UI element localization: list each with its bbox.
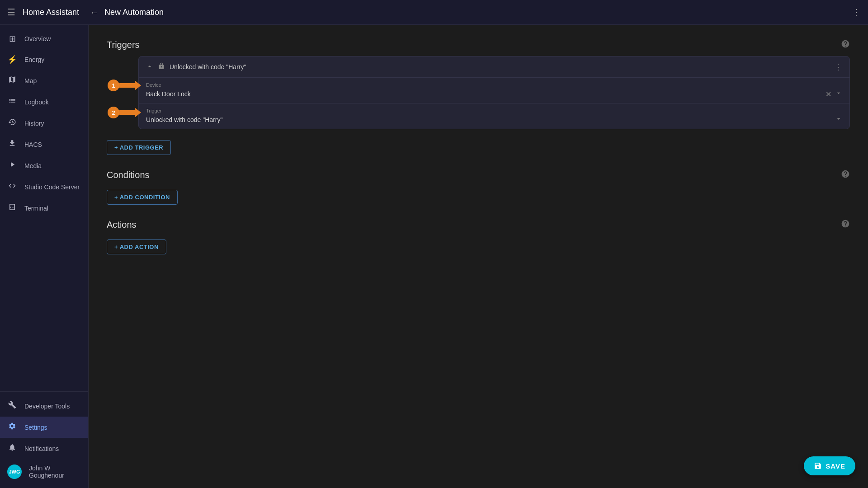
topbar: ☰ Home Assistant ← New Automation ⋮ xyxy=(0,0,868,25)
history-icon xyxy=(7,118,17,128)
annotation-1: 1 xyxy=(108,80,141,91)
trigger-field-label: Trigger xyxy=(146,108,842,113)
annotation-badge-2: 2 xyxy=(108,107,119,118)
trigger-type-icon xyxy=(158,62,165,71)
triggers-section-header: Triggers xyxy=(107,39,850,51)
conditions-title: Conditions xyxy=(107,170,841,180)
user-avatar: JWG xyxy=(7,465,22,479)
device-clear-icon[interactable]: ✕ xyxy=(826,90,831,99)
logbook-icon xyxy=(7,97,17,107)
triggers-section: Triggers 1 2 xyxy=(107,39,850,155)
device-field-input[interactable] xyxy=(146,90,826,98)
conditions-help-icon[interactable] xyxy=(841,169,850,181)
trigger-trigger-field: Trigger xyxy=(139,103,849,129)
collapse-icon[interactable] xyxy=(146,63,153,71)
sidebar-item-energy[interactable]: ⚡ Energy xyxy=(0,49,88,70)
actions-section: Actions + ADD ACTION xyxy=(107,219,850,254)
device-field-row: ✕ xyxy=(146,89,842,99)
sidebar-item-overview[interactable]: ⊞ Overview xyxy=(0,28,88,49)
annotation-arrow-1 xyxy=(119,80,141,90)
sidebar-item-user[interactable]: JWG John W Goughenour xyxy=(0,459,88,484)
sidebar-item-notifications[interactable]: Notifications xyxy=(0,438,88,459)
sidebar-item-studio-code-server[interactable]: Studio Code Server xyxy=(0,176,88,197)
annotation-2: 2 xyxy=(108,107,141,118)
map-icon xyxy=(7,75,17,86)
save-icon xyxy=(814,462,822,470)
add-trigger-button[interactable]: + ADD TRIGGER xyxy=(107,140,171,155)
terminal-icon xyxy=(7,203,17,213)
sidebar-item-terminal[interactable]: Terminal xyxy=(0,197,88,219)
sidebar-item-developer-tools[interactable]: Developer Tools xyxy=(0,395,88,417)
sidebar-item-notifications-label: Notifications xyxy=(24,445,59,452)
back-icon[interactable]: ← xyxy=(90,7,99,18)
overview-icon: ⊞ xyxy=(7,34,17,44)
media-icon xyxy=(7,160,17,171)
device-dropdown-icon[interactable] xyxy=(835,89,842,99)
trigger-dropdown-icon[interactable] xyxy=(835,115,842,124)
sidebar-item-map-label: Map xyxy=(24,77,37,84)
actions-section-header: Actions xyxy=(107,219,850,230)
sidebar-item-user-label: John W Goughenour xyxy=(29,465,81,479)
sidebar-item-history[interactable]: History xyxy=(0,113,88,134)
sidebar-item-studio-label: Studio Code Server xyxy=(24,183,80,191)
trigger-card-name: Unlocked with code "Harry" xyxy=(170,63,830,70)
topbar-more-icon[interactable]: ⋮ xyxy=(852,7,861,18)
sidebar-item-media-label: Media xyxy=(24,162,42,169)
developer-tools-icon xyxy=(7,401,17,411)
trigger-card-header: Unlocked with code "Harry" ⋮ xyxy=(139,56,849,78)
device-field-label: Device xyxy=(146,82,842,88)
sidebar-bottom: Developer Tools Settings Notifications J… xyxy=(0,391,88,484)
actions-title: Actions xyxy=(107,220,841,230)
add-condition-button[interactable]: + ADD CONDITION xyxy=(107,190,178,205)
sidebar-item-settings-label: Settings xyxy=(24,424,47,431)
sidebar-item-developer-tools-label: Developer Tools xyxy=(24,403,70,410)
sidebar-item-logbook-label: Logbook xyxy=(24,99,49,106)
app-title: Home Assistant xyxy=(23,8,79,17)
sidebar-item-media[interactable]: Media xyxy=(0,155,88,176)
sidebar-item-overview-label: Overview xyxy=(24,35,51,42)
trigger-card: Unlocked with code "Harry" ⋮ Device ✕ xyxy=(138,56,850,129)
add-action-button[interactable]: + ADD ACTION xyxy=(107,239,166,254)
sidebar: ⊞ Overview ⚡ Energy Map Logbook History xyxy=(0,25,89,488)
save-button[interactable]: SAVE xyxy=(804,456,855,475)
energy-icon: ⚡ xyxy=(7,55,17,65)
triggers-title: Triggers xyxy=(107,40,841,50)
menu-icon[interactable]: ☰ xyxy=(7,7,15,18)
trigger-card-wrapper: 1 2 xyxy=(138,56,850,129)
sidebar-item-hacs[interactable]: HACS xyxy=(0,134,88,155)
sidebar-item-energy-label: Energy xyxy=(24,56,44,63)
sidebar-item-logbook[interactable]: Logbook xyxy=(0,91,88,113)
sidebar-item-hacs-label: HACS xyxy=(24,141,42,148)
sidebar-item-history-label: History xyxy=(24,120,44,127)
save-label: SAVE xyxy=(826,462,845,470)
actions-help-icon[interactable] xyxy=(841,219,850,230)
main-content: Triggers 1 2 xyxy=(89,25,868,488)
svg-marker-1 xyxy=(119,108,141,117)
studio-code-icon xyxy=(7,182,17,192)
sidebar-item-map[interactable]: Map xyxy=(0,70,88,91)
page-title: New Automation xyxy=(104,8,164,17)
annotation-badge-1: 1 xyxy=(108,80,119,91)
sidebar-item-settings[interactable]: Settings xyxy=(0,417,88,438)
trigger-card-more-icon[interactable]: ⋮ xyxy=(834,62,842,72)
trigger-field-row xyxy=(146,115,842,124)
body-layout: ⊞ Overview ⚡ Energy Map Logbook History xyxy=(0,25,868,488)
settings-icon xyxy=(7,422,17,432)
triggers-help-icon[interactable] xyxy=(841,39,850,51)
trigger-device-field: Device ✕ xyxy=(139,78,849,103)
notifications-icon xyxy=(7,443,17,454)
hacs-icon xyxy=(7,139,17,150)
svg-marker-0 xyxy=(119,80,141,90)
sidebar-item-terminal-label: Terminal xyxy=(24,205,48,212)
annotation-arrow-2 xyxy=(119,108,141,117)
conditions-section: Conditions + ADD CONDITION xyxy=(107,169,850,205)
conditions-section-header: Conditions xyxy=(107,169,850,181)
trigger-field-input[interactable] xyxy=(146,116,835,123)
